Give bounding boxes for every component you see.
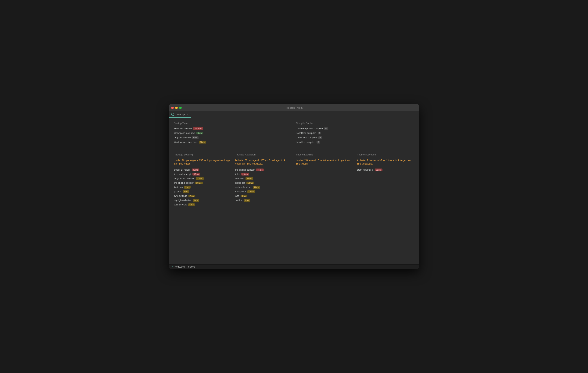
- stat-badge: 0: [318, 136, 322, 139]
- stat-badge: 0: [318, 132, 321, 135]
- package-loading-item: go-plus 7ms: [174, 190, 231, 193]
- stat-label: Window load time: [174, 127, 192, 130]
- package-activation-items: line-ending-selector 45mslinter 29mstree…: [235, 168, 292, 202]
- package-time-badge: 6ms: [188, 203, 195, 206]
- theme-activation-title: Theme Activation: [357, 153, 414, 156]
- lower-sections: Package Loading Loaded 101 packages in 2…: [174, 149, 414, 208]
- startup-stat-row: Window state load time 22ms: [174, 141, 292, 144]
- theme-loading-section: Theme Loading Loaded 15 themes in 0ms. 0…: [296, 153, 353, 208]
- package-loading-item: file-icons 9ms: [174, 186, 231, 189]
- stat-badge: 1018ms: [193, 127, 203, 130]
- package-loading-item: highlight-selected 6ms: [174, 199, 231, 202]
- close-button[interactable]: [171, 107, 174, 109]
- startup-time-section: Startup Time Window load time 1018msWork…: [174, 122, 292, 145]
- tab-close-button[interactable]: ×: [187, 113, 189, 116]
- traffic-lights: [171, 107, 182, 109]
- titlebar: Timecop - Atom: [169, 104, 419, 111]
- compile-section-title: Compile Cache: [296, 122, 414, 124]
- startup-stat-row: Project load time 0ms: [174, 136, 292, 139]
- package-name: line-ending-selector: [174, 182, 194, 184]
- statusbar: ✓ No Issues Timecop: [169, 264, 419, 269]
- package-activation-item: tree-view 21ms: [235, 177, 292, 180]
- package-name: sync-settings: [174, 195, 187, 197]
- startup-section-title: Startup Time: [174, 122, 292, 124]
- package-activation-item: linter 29ms: [235, 173, 292, 176]
- package-loading-section: Package Loading Loaded 101 packages in 2…: [174, 153, 231, 208]
- package-loading-title: Package Loading: [174, 153, 231, 156]
- theme-loading-title: Theme Loading: [296, 153, 353, 156]
- timecop-tab-icon: ⊙: [171, 113, 174, 116]
- package-time-badge: 10ms: [195, 182, 203, 184]
- package-name: line-ending-selector: [235, 168, 255, 171]
- package-activation-title: Package Activation: [235, 153, 292, 156]
- package-time-badge: 29ms: [241, 173, 249, 176]
- package-loading-item: line-ending-selector 10ms: [174, 182, 231, 184]
- package-name: tabs: [235, 195, 239, 197]
- package-activation-item: metrics 7ms: [235, 199, 292, 202]
- package-time-badge: 6ms: [193, 199, 199, 202]
- package-activation-item: ember-cli-helper 12ms: [235, 186, 292, 189]
- startup-stat-row: Workspace load time 5ms: [174, 132, 292, 135]
- startup-rows: Window load time 1018msWorkspace load ti…: [174, 127, 292, 144]
- package-time-badge: 9ms: [184, 186, 190, 189]
- stat-badge: 5ms: [196, 132, 203, 135]
- compile-stat-row: CSON files compiled 0: [296, 136, 414, 139]
- package-activation-item: linter-jshint 12ms: [235, 190, 292, 193]
- package-name: file-icons: [174, 186, 183, 189]
- package-activation-info[interactable]: Activated 88 packages in 187ms. 8 packag…: [235, 159, 292, 166]
- package-time-badge: 11ms: [196, 177, 203, 180]
- top-sections: Startup Time Window load time 1018msWork…: [174, 122, 414, 145]
- theme-time-badge: 32ms: [375, 168, 382, 171]
- status-no-issues: No Issues: [175, 265, 185, 268]
- theme-activation-items: atom-material-ui 32ms: [357, 168, 414, 171]
- package-time-badge: 7ms: [183, 190, 189, 193]
- app-window: Timecop - Atom ⊙ Timecop × Startup Time …: [169, 104, 419, 269]
- stat-label: Workspace load time: [174, 132, 195, 135]
- compile-stat-row: Less files compiled 0: [296, 141, 414, 144]
- theme-activation-info[interactable]: Activated 2 themes in 35ms. 1 theme took…: [357, 159, 414, 166]
- package-time-badge: 12ms: [247, 190, 255, 193]
- package-time-badge: 21ms: [245, 177, 253, 180]
- stat-label: Less files compiled: [296, 141, 315, 144]
- package-loading-items: ember-cli-helper 46mslinter-coffeescript…: [174, 168, 231, 206]
- package-name: linter: [235, 173, 240, 176]
- package-loading-item: ruby-block-converter 11ms: [174, 177, 231, 180]
- stat-label: CSON files compiled: [296, 136, 317, 139]
- stat-badge: 0: [316, 141, 320, 144]
- package-time-badge: 46ms: [192, 168, 199, 171]
- package-activation-item: tabs 9ms: [235, 195, 292, 197]
- package-time-badge: 12ms: [246, 182, 254, 184]
- four-col-grid: Package Loading Loaded 101 packages in 2…: [174, 153, 414, 208]
- stat-badge: 22ms: [199, 141, 206, 144]
- package-name: linter-coffeescript: [174, 173, 191, 176]
- theme-activation-item: atom-material-ui 32ms: [357, 168, 414, 171]
- package-loading-info[interactable]: Loaded 101 packages in 257ms. 9 packages…: [174, 159, 231, 166]
- package-time-badge: 12ms: [253, 186, 260, 189]
- stat-label: Window state load time: [174, 141, 197, 144]
- package-time-badge: 45ms: [256, 168, 264, 171]
- maximize-button[interactable]: [179, 107, 182, 109]
- package-name: ruby-block-converter: [174, 177, 194, 180]
- package-loading-item: settings-view 6ms: [174, 203, 231, 206]
- package-time-badge: 9ms: [241, 195, 247, 197]
- package-name: go-plus: [174, 190, 181, 193]
- startup-stat-row: Window load time 1018ms: [174, 127, 292, 130]
- package-name: ember-cli-helper: [174, 168, 190, 171]
- package-name: tree-view: [235, 177, 244, 180]
- tab-label: Timecop: [175, 113, 185, 116]
- compile-rows: CoffeeScript files compiled 0Babel files…: [296, 127, 414, 144]
- package-activation-section: Package Activation Activated 88 packages…: [235, 153, 292, 208]
- package-activation-item: line-ending-selector 45ms: [235, 168, 292, 171]
- window-title: Timecop - Atom: [285, 106, 303, 109]
- stat-badge: 0: [324, 127, 328, 130]
- tab-bar: ⊙ Timecop ×: [169, 111, 419, 118]
- package-loading-item: sync-settings 7ms: [174, 195, 231, 197]
- stat-label: Project load time: [174, 136, 190, 139]
- status-app-name: Timecop: [186, 265, 195, 268]
- theme-loading-info[interactable]: Loaded 15 themes in 0ms. 0 themes took l…: [296, 159, 353, 166]
- tab-timecop[interactable]: ⊙ Timecop ×: [169, 111, 191, 118]
- minimize-button[interactable]: [175, 107, 178, 109]
- package-name: status-bar: [235, 182, 245, 184]
- package-name: ember-cli-helper: [235, 186, 251, 189]
- stat-badge: 0ms: [192, 136, 199, 139]
